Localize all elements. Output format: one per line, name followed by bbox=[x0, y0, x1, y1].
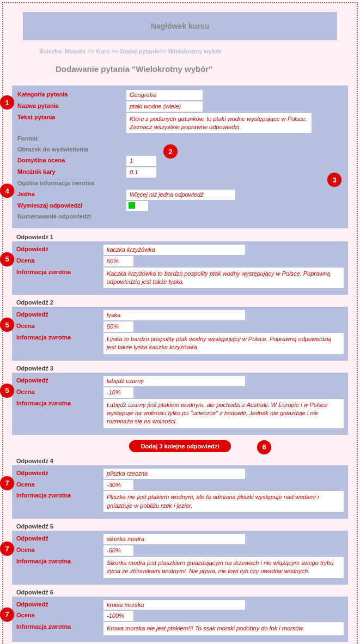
answer-1-title: Odpowiedź 1 bbox=[16, 234, 348, 240]
label-single: Jedna bbox=[17, 190, 126, 197]
answer-4-text[interactable]: pliszka rzeczna bbox=[103, 469, 245, 479]
grade-label: Ocena bbox=[16, 545, 103, 556]
answer-6-panel: Odpowiedźkrowa morska Ocena-100% Informa… bbox=[12, 597, 348, 642]
callout-5c: 5 bbox=[0, 384, 14, 398]
answer-2-text[interactable]: łyska bbox=[103, 310, 245, 320]
answer-2-feedback[interactable]: Łyska to bardzo pospolity ptak wodny wys… bbox=[103, 333, 344, 354]
label-format: Format bbox=[17, 134, 126, 142]
answer-2-grade[interactable]: 50% bbox=[103, 321, 133, 332]
question-settings-panel: 1 2 3 4 Kategoria pytaniaGeografia Nazwa… bbox=[12, 86, 348, 228]
answer-4-panel: Odpowiedźpliszka rzeczna Ocena-30% Infor… bbox=[12, 465, 348, 519]
answer-6-grade[interactable]: -100% bbox=[103, 611, 133, 621]
label-shuffle: Wymieszaj odpowiedzi bbox=[17, 201, 126, 209]
callout-7b: 7 bbox=[0, 542, 14, 556]
grade-label: Ocena bbox=[16, 611, 103, 621]
answer-4-grade[interactable]: -30% bbox=[103, 480, 133, 490]
label-text: Tekst pytania bbox=[17, 113, 126, 120]
field-category[interactable]: Geografia bbox=[126, 90, 203, 100]
label-category: Kategoria pytania bbox=[17, 90, 126, 98]
answer-3-feedback[interactable]: Łabędź czarny jest ptakiem wodnym, ale p… bbox=[103, 399, 344, 428]
answer-3-title: Odpowiedź 3 bbox=[16, 365, 348, 372]
grade-label: Ocena bbox=[16, 387, 103, 398]
answer-2-title: Odpowiedź 2 bbox=[16, 299, 348, 306]
label-general-feedback: Ogólna informacja zwrotna bbox=[17, 179, 126, 186]
add-more-answers-button-red[interactable]: Dodaj 3 kolejne odpowiedzi bbox=[129, 440, 231, 452]
grade-label: Ocena bbox=[16, 256, 103, 266]
label-default-grade: Domyślna ocena bbox=[17, 156, 126, 163]
label-image: Obrazek do wyświetlenia bbox=[17, 145, 126, 153]
feedback-label: Informacja zwrotna bbox=[16, 491, 103, 512]
course-header: Nagłówek kursu bbox=[23, 12, 337, 40]
feedback-label: Informacja zwrotna bbox=[16, 622, 103, 635]
callout-5a: 5 bbox=[0, 252, 14, 266]
grade-label: Ocena bbox=[16, 480, 103, 490]
field-single[interactable]: Więcej niż jedna odpowiedź bbox=[126, 190, 235, 200]
field-text[interactable]: Które z podanych gatunków, to ptaki wodn… bbox=[126, 113, 312, 133]
callout-1: 1 bbox=[0, 95, 14, 110]
answer-6-feedback[interactable]: Krowa morska nie jest ptakiem!!! To ssak… bbox=[103, 622, 344, 635]
answer-6-title: Odpowiedź 6 bbox=[16, 589, 348, 596]
callout-3: 3 bbox=[327, 173, 341, 187]
answer-4-title: Odpowiedź 4 bbox=[16, 458, 348, 464]
answer-1-panel: Odpowiedźkaczka krzyżówka Ocena50% Infor… bbox=[12, 241, 348, 295]
callout-7c: 7 bbox=[0, 607, 14, 622]
answer-label: Odpowiedź bbox=[16, 600, 103, 610]
feedback-label: Informacja zwrotna bbox=[16, 399, 103, 428]
answer-2-panel: Odpowiedźłyska Ocena50% Informacja zwrot… bbox=[12, 307, 348, 360]
answer-1-grade[interactable]: 50% bbox=[103, 256, 133, 266]
answer-label: Odpowiedź bbox=[16, 376, 103, 386]
answer-label: Odpowiedź bbox=[16, 245, 103, 255]
feedback-label: Informacja zwrotna bbox=[16, 557, 103, 578]
feedback-label: Informacja zwrotna bbox=[16, 333, 103, 354]
field-default-grade[interactable]: 1 bbox=[126, 156, 156, 166]
callout-4: 4 bbox=[0, 184, 14, 198]
answer-5-feedback[interactable]: Sikorka modra jest ptaszkiem gniazdujący… bbox=[103, 557, 344, 578]
breadcrumb: Ścieżka: Moodle >> Kurs >> Dodaj pytanie… bbox=[39, 48, 348, 54]
answer-3-grade[interactable]: -10% bbox=[103, 387, 133, 398]
page-container: Nagłówek kursu Ścieżka: Moodle >> Kurs >… bbox=[2, 2, 358, 644]
field-penalty[interactable]: 0.1 bbox=[126, 167, 156, 178]
answer-3-text[interactable]: łabędź czarny bbox=[103, 376, 245, 386]
answer-5-title: Odpowiedź 5 bbox=[16, 523, 348, 530]
answer-6-text[interactable]: krowa morska bbox=[103, 600, 245, 610]
answer-5-panel: Odpowiedźsikorka modra Ocena-60% Informa… bbox=[12, 531, 348, 584]
callout-2: 2 bbox=[163, 144, 178, 159]
label-numbering: Numerowanie odpowiedzi bbox=[17, 212, 126, 220]
checkbox-shuffle[interactable] bbox=[129, 202, 135, 209]
answer-1-text[interactable]: kaczka krzyżówka bbox=[103, 245, 245, 255]
answer-label: Odpowiedź bbox=[16, 469, 103, 479]
callout-6: 6 bbox=[257, 440, 271, 454]
answer-5-grade[interactable]: -60% bbox=[103, 545, 133, 556]
feedback-label: Informacja zwrotna bbox=[16, 268, 103, 289]
page-title: Dodawanie pytania "Wielokrotny wybór" bbox=[56, 64, 348, 74]
answer-label: Odpowiedź bbox=[16, 310, 103, 320]
answer-5-text[interactable]: sikorka modra bbox=[103, 534, 245, 544]
label-name: Nazwa pytania bbox=[17, 101, 126, 109]
grade-label: Ocena bbox=[16, 321, 103, 332]
answer-1-feedback[interactable]: Kaczka krzyżówka to bardzo pospolity pta… bbox=[103, 268, 344, 289]
answer-label: Odpowiedź bbox=[16, 534, 103, 544]
answer-3-panel: Odpowiedźłabędź czarny Ocena-10% Informa… bbox=[12, 373, 348, 435]
field-name[interactable]: ptaki wodne (wiele) bbox=[126, 101, 203, 112]
label-penalty: Mnożnik kary bbox=[17, 167, 126, 175]
answer-4-feedback[interactable]: Pliszka nie jest ptakiem wodnym, ale ta … bbox=[103, 491, 344, 512]
callout-7a: 7 bbox=[0, 476, 14, 490]
